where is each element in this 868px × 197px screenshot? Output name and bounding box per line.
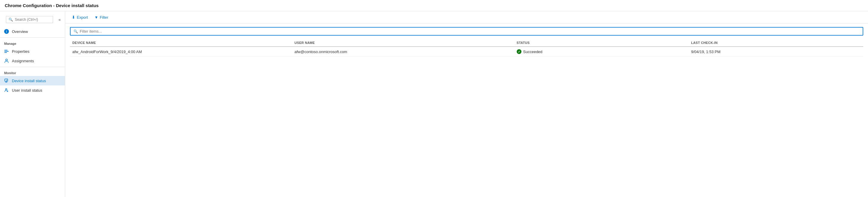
device-install-icon [4,78,9,83]
filter-search-icon: 🔍 [73,29,78,33]
svg-point-0 [6,59,7,61]
manage-section-header: Manage [0,39,65,47]
cell-last-checkin: 9/04/19, 1:53 PM [689,47,863,57]
sidebar-item-label: Device install status [12,79,46,83]
status-success-icon [517,49,522,54]
col-header-device-name: DEVICE NAME [70,39,292,47]
sidebar-item-user-install-status[interactable]: User install status [0,85,65,95]
table-area: 🔍 DEVICE NAME USER NAME STATUS LAST CHEC… [65,23,868,197]
sidebar-search-container: 🔍 [6,16,53,23]
page-title: Chrome Configuration - Device install st… [5,3,99,8]
table-header-row: DEVICE NAME USER NAME STATUS LAST CHECK-… [70,39,863,47]
sidebar: 🔍 « i Overview Manage Properties [0,11,65,197]
table-row: afw_AndroidForWork_9/4/2019_4:00 AMafw@c… [70,47,863,57]
monitor-section-header: Monitor [0,68,65,76]
sidebar-search-icon: 🔍 [9,18,13,22]
cell-user-name: afw@contoso.onmicrosoft.com [292,47,514,57]
filter-input[interactable] [80,29,860,33]
properties-icon [4,49,9,54]
filter-bar: 🔍 [70,27,863,36]
info-icon: i [4,29,9,34]
sidebar-item-assignments[interactable]: Assignments [0,56,65,65]
col-header-last-checkin: LAST CHECK-IN [689,39,863,47]
sidebar-item-label: Assignments [12,59,34,63]
sidebar-item-overview[interactable]: i Overview [0,27,65,36]
status-text: Succeeded [523,50,542,54]
sidebar-collapse-button[interactable]: « [57,17,62,23]
cell-status: Succeeded [514,47,689,57]
svg-point-2 [6,89,7,90]
sidebar-item-label: Properties [12,49,29,54]
main-layout: 🔍 « i Overview Manage Properties [0,11,868,197]
col-header-status: STATUS [514,39,689,47]
title-bar: Chrome Configuration - Device install st… [0,0,868,11]
monitor-divider [0,67,65,67]
filter-label: Filter [100,15,108,20]
sidebar-search-input[interactable] [15,18,51,22]
sidebar-item-device-install-status[interactable]: Device install status [0,76,65,85]
filter-button[interactable]: ▼ Filter [93,14,110,21]
export-button[interactable]: ⬇ Export [70,13,90,21]
sidebar-item-properties[interactable]: Properties [0,47,65,56]
sidebar-item-label: Overview [12,29,28,34]
cell-device-name: afw_AndroidForWork_9/4/2019_4:00 AM [70,47,292,57]
col-header-user-name: USER NAME [292,39,514,47]
sidebar-item-label: User install status [12,88,42,92]
user-install-icon [4,88,9,92]
filter-icon: ▼ [95,15,98,20]
data-table: DEVICE NAME USER NAME STATUS LAST CHECK-… [70,39,863,57]
content-area: ⬇ Export ▼ Filter 🔍 DEVICE NAME USER NAM [65,11,868,197]
export-label: Export [77,15,88,20]
assignments-icon [4,58,9,63]
toolbar: ⬇ Export ▼ Filter [65,11,868,23]
manage-divider [0,37,65,38]
export-icon: ⬇ [72,15,75,20]
